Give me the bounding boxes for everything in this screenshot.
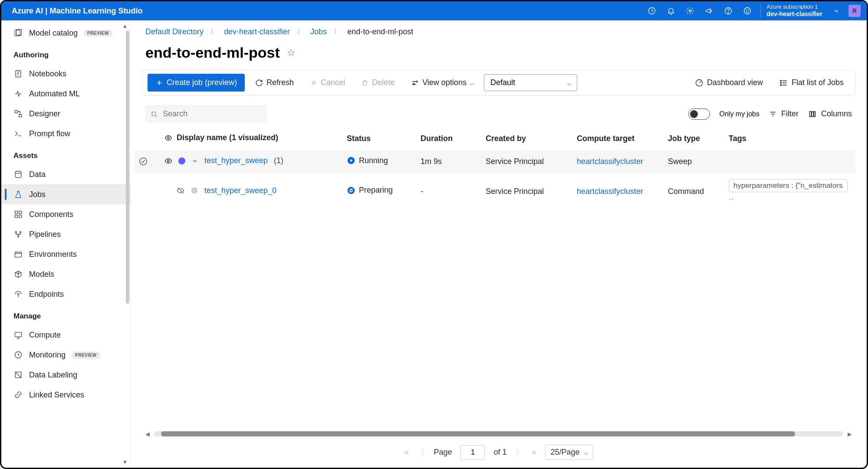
button-label: Cancel <box>321 78 345 87</box>
page-prev-button[interactable]: 〈 <box>417 447 425 458</box>
workspace-switcher[interactable]: Azure subscription 1 dev-heart-classifie… <box>767 4 822 17</box>
page-last-button[interactable]: » <box>532 448 536 457</box>
page-next-button[interactable]: 〉 <box>516 447 523 458</box>
button-label: View options <box>422 78 467 87</box>
help-icon[interactable] <box>719 1 738 20</box>
sidebar-item-data[interactable]: Data <box>1 164 130 184</box>
sidebar-item-linked-services[interactable]: Linked Services <box>1 385 130 405</box>
tag-chip[interactable]: hyperparameters : {"n_estimators <box>729 179 848 192</box>
crumb-jobs[interactable]: Jobs <box>310 27 327 36</box>
filter-button[interactable]: Filter <box>769 109 799 118</box>
svg-rect-32 <box>812 112 813 117</box>
job-name-link[interactable]: test_hyper_sweep <box>204 156 268 165</box>
search-field[interactable] <box>163 109 262 118</box>
sidebar-item-model-catalog[interactable]: Model catalog PREVIEW <box>1 23 130 43</box>
col-display-name[interactable]: Display name (1 visualized) <box>177 133 278 142</box>
button-label: Dashboard view <box>707 78 763 87</box>
flat-list-button[interactable]: Flat list of Jobs <box>773 75 850 91</box>
sidebar-item-notebooks[interactable]: Notebooks <box>1 64 130 84</box>
sidebar-item-prompt-flow[interactable]: Prompt flow <box>1 124 130 144</box>
job-type-text: Sweep <box>664 150 724 174</box>
sidebar-item-compute[interactable]: Compute <box>1 325 130 345</box>
sidebar-section-authoring: Authoring <box>1 43 130 64</box>
sidebar-item-label: Linked Services <box>29 390 84 400</box>
sidebar-item-endpoints[interactable]: Endpoints <box>1 284 130 304</box>
eye-off-icon[interactable] <box>177 187 184 194</box>
eye-icon[interactable] <box>164 157 172 165</box>
dashboard-view-button[interactable]: Dashboard view <box>689 75 769 91</box>
horizontal-scrollbar[interactable]: ◀ ▶ <box>145 430 852 438</box>
page-size-value: 25/Page <box>551 448 580 457</box>
checkmark-circle-icon[interactable] <box>138 157 148 166</box>
view-select[interactable]: Default⌵ <box>484 74 577 91</box>
sidebar-item-label: Jobs <box>29 190 46 199</box>
favorite-star-icon[interactable]: ☆ <box>287 47 296 59</box>
more-icon[interactable]: ·· <box>729 194 735 203</box>
create-job-button[interactable]: Create job (preview) <box>148 74 245 92</box>
table-row[interactable]: test_hyper_sweep_0 Preparing - Service P… <box>134 173 855 210</box>
button-label: Flat list of Jobs <box>792 78 844 87</box>
sidebar-scrollbar[interactable] <box>125 31 130 457</box>
svg-point-5 <box>746 10 746 10</box>
select-value: Default <box>490 78 515 87</box>
only-my-jobs-toggle[interactable] <box>688 108 710 120</box>
sidebar-item-models[interactable]: Models <box>1 264 130 284</box>
svg-rect-22 <box>15 332 22 337</box>
job-name-link[interactable]: test_hyper_sweep_0 <box>204 186 276 195</box>
sidebar-item-designer[interactable]: Designer <box>1 104 130 124</box>
sidebar-item-automl[interactable]: Automated ML <box>1 84 130 104</box>
chevron-down-icon[interactable] <box>827 1 846 20</box>
sidebar-item-monitoring[interactable]: MonitoringPREVIEW <box>1 345 130 365</box>
svg-point-39 <box>348 187 355 194</box>
sidebar-item-components[interactable]: Components <box>1 204 130 224</box>
bell-icon[interactable] <box>661 1 681 20</box>
scroll-left-icon[interactable]: ◀ <box>145 431 150 437</box>
notebook-icon <box>13 69 23 79</box>
col-job-type[interactable]: Job type <box>664 127 724 150</box>
compute-target-link[interactable]: heartclassifycluster <box>577 187 643 196</box>
svg-rect-10 <box>15 111 18 113</box>
chevron-down-icon[interactable] <box>191 157 198 164</box>
megaphone-icon[interactable] <box>700 1 719 20</box>
sidebar-item-pipelines[interactable]: Pipelines <box>1 224 130 244</box>
search-input[interactable] <box>145 105 267 123</box>
crumb-directory[interactable]: Default Directory <box>145 27 204 36</box>
crumb-workspace[interactable]: dev-heart-classifier <box>224 27 290 36</box>
play-circle-icon <box>347 156 355 165</box>
chevron-down-icon: ⌵ <box>470 79 473 86</box>
delete-button: Delete <box>355 75 401 91</box>
clock-icon[interactable] <box>642 1 661 20</box>
endpoints-icon <box>13 289 23 299</box>
col-compute-target[interactable]: Compute target <box>572 127 664 150</box>
table-row[interactable]: test_hyper_sweep (1) Running 1m 9s Servi… <box>134 150 855 174</box>
col-status[interactable]: Status <box>342 127 416 150</box>
refresh-button[interactable]: Refresh <box>249 75 300 91</box>
sidebar-item-environments[interactable]: Environments <box>1 244 130 264</box>
button-label: Refresh <box>266 78 294 87</box>
sidebar-item-data-labeling[interactable]: Data Labeling <box>1 365 130 385</box>
columns-button[interactable]: Columns <box>808 109 852 118</box>
sidebar-item-label: Data <box>29 170 46 179</box>
col-tags[interactable]: Tags <box>724 127 855 150</box>
avatar[interactable]: R <box>848 5 861 17</box>
svg-rect-11 <box>19 115 22 117</box>
page-first-button[interactable]: « <box>404 448 408 457</box>
page-input[interactable] <box>460 445 485 460</box>
compute-target-link[interactable]: heartclassifycluster <box>577 157 643 166</box>
sidebar: ▲ Model catalog PREVIEW Authoring Notebo… <box>1 20 131 468</box>
cancel-button: Cancel <box>304 75 351 91</box>
svg-point-28 <box>780 82 782 83</box>
view-options-button[interactable]: View options ⌵ <box>405 75 480 91</box>
col-duration[interactable]: Duration <box>416 127 481 150</box>
col-created-by[interactable]: Created by <box>481 127 572 150</box>
pagination: « 〈 Page of 1 〉 » 25/Page⌵ <box>131 439 867 468</box>
scroll-right-icon[interactable]: ▶ <box>848 431 852 437</box>
page-size-select[interactable]: 25/Page⌵ <box>545 445 593 460</box>
svg-point-34 <box>168 137 170 139</box>
smile-icon[interactable] <box>738 1 757 20</box>
sidebar-item-jobs[interactable]: Jobs <box>1 184 130 204</box>
env-icon <box>13 249 23 259</box>
toolbar: Create job (preview) Refresh Cancel Dele… <box>142 70 855 95</box>
scroll-down-icon[interactable]: ▼ <box>122 459 128 465</box>
gear-icon[interactable] <box>681 1 700 20</box>
